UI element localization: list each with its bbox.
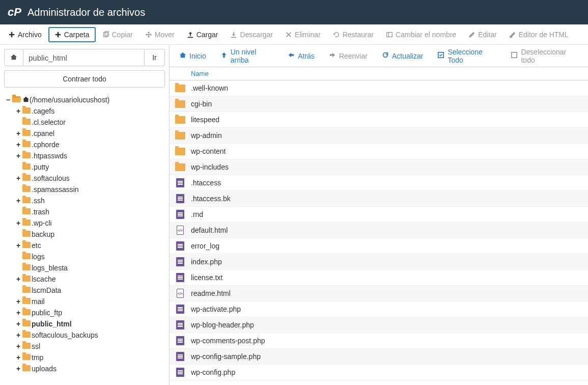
folder-icon [22, 174, 31, 182]
tree-item[interactable]: + .wp-cli [5, 217, 164, 229]
tree-item[interactable]: + .putty [5, 161, 164, 173]
tree-item[interactable]: + .ssh [5, 195, 164, 206]
expander-icon[interactable]: + [15, 365, 21, 373]
expander-icon[interactable]: + [15, 342, 21, 350]
tree-item[interactable]: + lscmData [5, 285, 164, 296]
expander-icon[interactable]: + [15, 241, 21, 250]
tree-item[interactable]: + .cl.selector [5, 117, 164, 128]
expander-icon[interactable]: + [15, 320, 21, 328]
file-icon [176, 194, 184, 203]
expander-icon[interactable]: + [15, 197, 21, 205]
tree-item-label: .ssh [32, 197, 45, 205]
file-row[interactable]: wp-content [170, 144, 588, 159]
expander-icon[interactable]: + [15, 353, 21, 362]
file-row[interactable]: wp-includes [170, 159, 588, 175]
nav-reload-button[interactable]: Actualizar [376, 48, 429, 63]
nav-home-button[interactable]: Inicio [174, 48, 212, 63]
tree-item-label: tmp [32, 353, 43, 362]
tree-item[interactable]: + .cpanel [5, 128, 164, 139]
tree-item[interactable]: + mail [5, 296, 164, 307]
expander-icon[interactable]: + [15, 297, 21, 306]
expander-icon[interactable]: + [15, 309, 21, 317]
collapse-all-button[interactable]: Contraer todo [4, 70, 165, 88]
main-toolbar: Archivo Carpeta Copiar Mover Cargar Desc… [0, 24, 588, 45]
tree-root[interactable]: − (/home/usuariolucushost) [5, 94, 164, 105]
file-row[interactable]: readme.html [170, 286, 588, 301]
tree-item[interactable]: + .spamassassin [5, 184, 164, 195]
tree-item-label: .cpanel [32, 129, 54, 138]
select-all-button[interactable]: Seleccione Todo [432, 45, 502, 67]
upload-icon [187, 31, 194, 38]
file-row[interactable]: .htaccess.bk [170, 191, 588, 207]
nav-forward-button[interactable]: Reenviar [323, 48, 373, 63]
file-row[interactable]: license.txt [170, 270, 588, 286]
tree-item[interactable]: + softaculous_backups [5, 329, 164, 341]
upload-button[interactable]: Cargar [181, 28, 224, 42]
tree-item[interactable]: + etc [5, 240, 164, 251]
expander-icon[interactable]: + [15, 219, 21, 227]
tree-item[interactable]: + backup [5, 229, 164, 240]
expander-icon[interactable]: + [15, 141, 21, 149]
tree-item[interactable]: + lscache [5, 273, 164, 285]
tree-item[interactable]: + logs [5, 251, 164, 262]
new-file-button[interactable]: Archivo [3, 28, 47, 42]
expander-icon[interactable]: + [15, 331, 21, 339]
go-button[interactable]: Ir [145, 49, 165, 66]
file-row[interactable]: wp-config-sample.php [170, 349, 588, 365]
tree-item[interactable]: + logs_blesta [5, 262, 164, 273]
file-row[interactable]: .rnd [170, 207, 588, 223]
deselect-all-button[interactable]: Deseleccionar todo [505, 45, 584, 67]
file-name: cgi-bin [191, 100, 588, 108]
nav-back-button[interactable]: Atrás [282, 48, 320, 63]
tree-item[interactable]: + .cagefs [5, 105, 164, 117]
file-row[interactable]: wp-config.php [170, 365, 588, 380]
nav-up-button[interactable]: Un nivel arriba [215, 45, 279, 67]
tree-item[interactable]: + public_ftp [5, 307, 164, 318]
file-row[interactable]: error_log [170, 238, 588, 254]
restore-button[interactable]: Restaurar [327, 28, 379, 42]
tree-item[interactable]: + ssl [5, 341, 164, 352]
edit-button[interactable]: Editar [463, 28, 502, 42]
tree-item[interactable]: + .cphorde [5, 139, 164, 150]
tree-item-label: .putty [32, 163, 49, 171]
tree-item[interactable]: + .softaculous [5, 173, 164, 184]
file-row[interactable]: litespeed [170, 112, 588, 128]
expander-icon[interactable]: + [15, 107, 21, 115]
column-header-name[interactable]: Name [191, 70, 588, 77]
tree-item[interactable]: + .trash [5, 206, 164, 217]
expander-icon[interactable]: + [15, 174, 21, 182]
tree-item[interactable]: + uploads [5, 363, 164, 374]
html-editor-icon [509, 31, 516, 38]
path-input[interactable] [23, 49, 145, 66]
move-button[interactable]: Mover [139, 28, 180, 42]
pencil-icon [468, 31, 475, 38]
file-row[interactable]: .htaccess [170, 175, 588, 191]
file-row[interactable]: cgi-bin [170, 96, 588, 112]
home-button[interactable] [4, 49, 23, 66]
file-icon [176, 273, 184, 282]
folder-icon [175, 85, 185, 92]
file-name: wp-content [191, 147, 588, 155]
expander-icon[interactable]: + [15, 129, 21, 138]
expander-icon[interactable]: + [15, 275, 21, 283]
download-button[interactable]: Descargar [225, 28, 278, 42]
file-row[interactable]: wp-blog-header.php [170, 317, 588, 333]
copy-button[interactable]: Copiar [97, 28, 138, 42]
html-editor-button[interactable]: Editor de HTML [503, 28, 574, 42]
rename-button[interactable]: Cambiar el nombre [380, 28, 462, 42]
file-row[interactable]: wp-admin [170, 128, 588, 144]
file-row[interactable]: default.html [170, 223, 588, 238]
file-row[interactable]: .well-known [170, 80, 588, 96]
folder-icon [175, 148, 185, 155]
tree-item[interactable]: + tmp [5, 352, 164, 363]
file-row[interactable]: wp-activate.php [170, 301, 588, 317]
new-folder-button[interactable]: Carpeta [48, 27, 96, 42]
file-row[interactable]: index.php [170, 254, 588, 270]
expander-icon[interactable]: − [5, 96, 11, 104]
file-row[interactable]: wp-comments-post.php [170, 333, 588, 349]
svg-rect-5 [512, 52, 517, 58]
expander-icon[interactable]: + [15, 152, 21, 160]
delete-button[interactable]: Eliminar [279, 28, 326, 42]
tree-item[interactable]: + public_html [5, 318, 164, 329]
tree-item[interactable]: + .htpasswds [5, 150, 164, 161]
